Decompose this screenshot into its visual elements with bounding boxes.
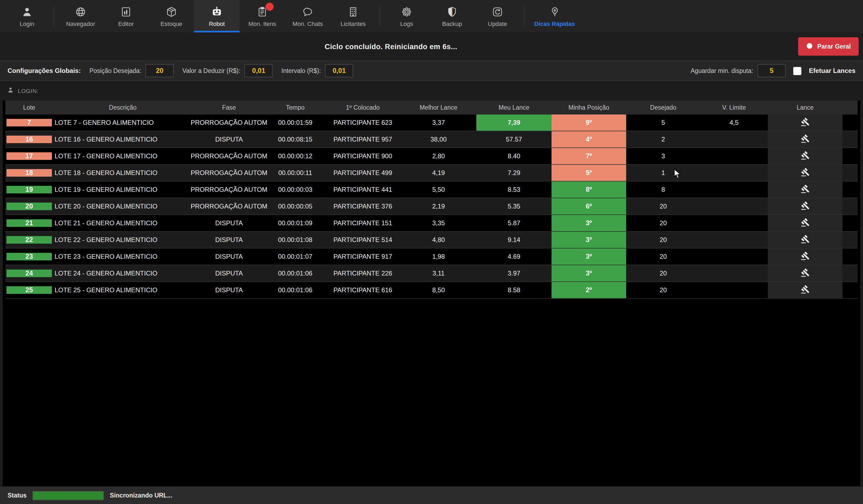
table-row-lote-20[interactable]: 20LOTE 20 - GENERO ALIMENTICIOPRORROGAÇÃ… xyxy=(5,198,858,215)
nav-item-editor[interactable]: Editor xyxy=(103,0,149,33)
nav-item-label: Dicas Rápidas xyxy=(534,21,575,27)
status-bar: Status Sincronizando URL... xyxy=(0,486,863,504)
cell-fase: PRORROGAÇÃO AUTOM xyxy=(192,181,265,198)
shield-icon xyxy=(446,5,458,18)
screen: LoginNavegadorEditorEstoqueRobotMon. Ite… xyxy=(0,0,863,504)
table-row-lote-25[interactable]: 25LOTE 25 - GENERO ALIMENTICIODISPUTA00.… xyxy=(5,282,858,299)
cell-1-colocado: PARTICIPANTE 623 xyxy=(325,115,401,131)
config-field-intervalo-r: Intervalo (R$): xyxy=(282,64,353,77)
cell-v-limite xyxy=(700,165,768,181)
nav-item-backup[interactable]: Backup xyxy=(429,0,475,33)
cell-desejado: 20 xyxy=(626,215,700,231)
cell-meu-lance: 5.87 xyxy=(476,215,552,231)
cell-minha-posicao: 4º xyxy=(552,131,626,147)
cell-minha-posicao: 8º xyxy=(552,181,626,198)
nav-item-update[interactable]: Update xyxy=(475,0,520,33)
table-row-lote-7[interactable]: 7LOTE 7 - GENERO ALIMENTICIOPRORROGAÇÃO … xyxy=(5,115,858,131)
lance-button[interactable] xyxy=(797,266,814,280)
table-row-lote-22[interactable]: 22LOTE 22 - GENERO ALIMENTICIODISPUTA00.… xyxy=(5,232,858,248)
nav-item-mon-itens[interactable]: Mon. Itens xyxy=(239,0,285,33)
lance-button[interactable] xyxy=(797,233,814,247)
cell-desejado: 20 xyxy=(626,282,700,298)
gavel-icon xyxy=(801,268,810,279)
nav-item-mon-chats[interactable]: Mon. Chats xyxy=(285,0,330,33)
cell-v-limite xyxy=(700,265,768,282)
lance-button[interactable] xyxy=(797,216,814,230)
lote-status-badge: 25 xyxy=(7,286,52,294)
cell-1-colocado: PARTICIPANTE 917 xyxy=(325,248,401,265)
cell-lance xyxy=(768,198,842,215)
cell-descricao: LOTE 19 - GENERO ALIMENTICIO xyxy=(53,181,192,198)
main-area: LOGIN: LoteDescriçãoFaseTempo1º Colocado… xyxy=(3,81,860,486)
lance-button[interactable] xyxy=(797,249,814,263)
cell-meu-lance: 8.53 xyxy=(476,181,552,198)
gavel-icon xyxy=(801,151,810,161)
stop-all-button[interactable]: Parar Geral xyxy=(798,37,859,56)
cell-melhor-lance: 8,50 xyxy=(401,282,476,298)
cell-lote: 7 xyxy=(5,115,53,131)
cell-tempo: 00.00:01:06 xyxy=(265,265,325,282)
config-field-label: Posição Desejada: xyxy=(89,67,141,74)
aguardar-min-disputa-input[interactable] xyxy=(758,64,786,77)
cell-meu-lance: 8.58 xyxy=(476,282,552,298)
lote-status-badge: 20 xyxy=(7,203,52,210)
cell-lance xyxy=(768,248,842,265)
nav-item-dicas-r-pidas[interactable]: Dicas Rápidas xyxy=(528,0,581,33)
cell-melhor-lance: 1,98 xyxy=(401,248,476,265)
posi-o-desejada-input[interactable] xyxy=(146,64,174,77)
cell-tail xyxy=(842,198,861,215)
globe-icon xyxy=(75,5,87,18)
table-row-lote-24[interactable]: 24LOTE 24 - GENERO ALIMENTICIODISPUTA00.… xyxy=(5,265,858,282)
stop-all-button-label: Parar Geral xyxy=(817,43,851,50)
cell-fase: PRORROGAÇÃO AUTOM xyxy=(192,115,265,131)
nav-item-robot[interactable]: Robot xyxy=(194,0,239,33)
col-header-desejado: Desejado xyxy=(626,104,700,111)
table-row-lote-21[interactable]: 21LOTE 21 - GENERO ALIMENTICIODISPUTA00.… xyxy=(5,215,858,232)
lance-button[interactable] xyxy=(797,116,814,130)
lance-button[interactable] xyxy=(797,183,814,197)
lance-button[interactable] xyxy=(797,166,814,180)
nav-item-logs[interactable]: Logs xyxy=(384,0,429,33)
efetuar-lances-checkbox[interactable] xyxy=(793,67,801,75)
bulb-icon xyxy=(549,5,561,18)
login-label: LOGIN: xyxy=(18,88,39,94)
nav-divider xyxy=(53,7,54,26)
cell-desejado: 20 xyxy=(626,232,700,248)
cell-tail xyxy=(842,181,861,198)
intervalo-r-input[interactable] xyxy=(325,64,353,77)
cell-tempo: 00.00:08:15 xyxy=(265,131,325,147)
nav-item-estoque[interactable]: Estoque xyxy=(149,0,194,33)
nav-item-navegador[interactable]: Navegador xyxy=(58,0,103,33)
col-header-lance: Lance xyxy=(768,104,842,111)
cell-desejado: 20 xyxy=(626,248,700,265)
efetuar-lances-label: Efetuar Lances xyxy=(809,67,855,75)
notification-badge xyxy=(265,2,274,11)
gavel-icon xyxy=(801,234,810,245)
table-header-row: LoteDescriçãoFaseTempo1º ColocadoMelhor … xyxy=(5,101,858,115)
lance-button[interactable] xyxy=(797,283,814,297)
cell-v-limite xyxy=(700,282,768,298)
table-row-lote-23[interactable]: 23LOTE 23 - GENERO ALIMENTICIODISPUTA00.… xyxy=(5,248,858,265)
cell-1-colocado: PARTICIPANTE 151 xyxy=(325,215,401,231)
nav-item-licitantes[interactable]: Licitantes xyxy=(330,0,376,33)
cell-lote: 19 xyxy=(5,181,53,198)
valor-a-deduzir-r-input[interactable] xyxy=(245,64,273,77)
table-row-lote-19[interactable]: 19LOTE 19 - GENERO ALIMENTICIOPRORROGAÇÃ… xyxy=(5,181,858,198)
chart-icon xyxy=(120,5,132,18)
cell-melhor-lance: 4,80 xyxy=(401,232,476,248)
cell-minha-posicao: 3º xyxy=(552,248,626,265)
status-label: Status xyxy=(8,492,26,499)
lote-status-badge: 7 xyxy=(7,119,52,126)
nav-item-label: Editor xyxy=(118,21,134,27)
table-row-lote-18[interactable]: 18LOTE 18 - GENERO ALIMENTICIOPRORROGAÇÃ… xyxy=(5,165,858,181)
gavel-icon xyxy=(801,184,810,195)
lote-status-badge: 21 xyxy=(7,219,52,227)
lance-button[interactable] xyxy=(797,149,814,163)
lance-button[interactable] xyxy=(797,199,814,214)
table-row-lote-17[interactable]: 17LOTE 17 - GENERO ALIMENTICIOPRORROGAÇÃ… xyxy=(5,148,858,165)
lance-button[interactable] xyxy=(797,132,814,146)
nav-item-login[interactable]: Login xyxy=(4,0,50,33)
table-row-lote-16[interactable]: 16LOTE 16 - GENERO ALIMENTICIODISPUTA00.… xyxy=(5,131,858,148)
cell-fase: PRORROGAÇÃO AUTOM xyxy=(192,148,265,164)
cell-lance xyxy=(768,115,842,131)
